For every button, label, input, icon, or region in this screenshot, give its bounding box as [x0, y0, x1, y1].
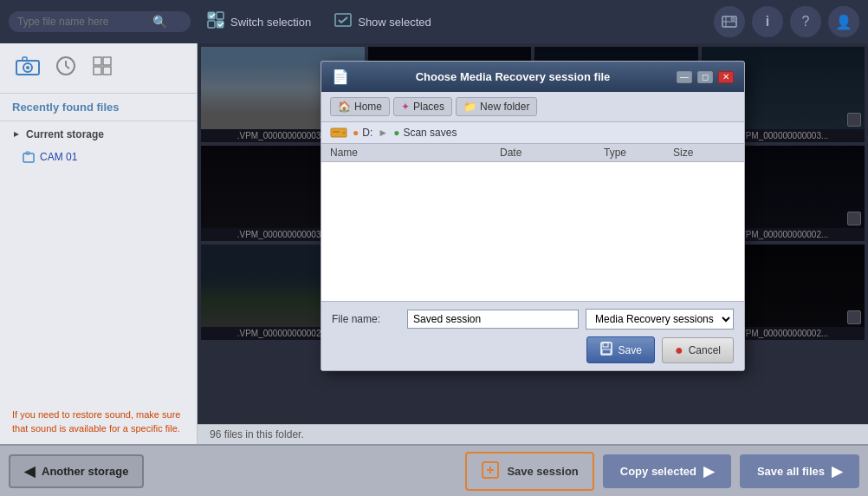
svg-rect-19 — [94, 67, 101, 75]
cancel-label: Cancel — [689, 344, 721, 356]
info-icon: i — [766, 14, 769, 29]
current-storage-label: Current storage — [26, 128, 104, 140]
filename-label: File name: — [332, 313, 400, 325]
file-count-bar: 96 files in this folder. — [198, 424, 868, 444]
media-recovery-dialog: 📄 Choose Media Recovery session file — ◻… — [321, 61, 745, 371]
filetype-select[interactable]: Media Recovery sessions — [586, 309, 734, 330]
search-box: 🔍 — [9, 11, 191, 32]
file-list-body[interactable] — [321, 162, 744, 301]
switch-selection-label: Switch selection — [230, 16, 311, 29]
col-date: Date — [496, 147, 600, 159]
svg-rect-25 — [333, 131, 340, 133]
copy-selected-button[interactable]: Copy selected ▶ — [603, 454, 731, 488]
toolbar: 🔍 Switch selection Show selected — [0, 0, 868, 43]
path-folder: ● Scan saves — [393, 127, 457, 139]
filename-row: File name: Media Recovery sessions — [332, 309, 734, 330]
switch-selection-icon — [206, 10, 225, 34]
show-selected-button[interactable]: Show selected — [327, 7, 438, 37]
main-layout: Recently found files Current storage CAM… — [0, 43, 868, 444]
file-count-text: 96 files in this folder. — [210, 428, 304, 441]
svg-rect-29 — [602, 349, 611, 354]
svg-rect-17 — [94, 57, 101, 65]
sidebar: Recently found files Current storage CAM… — [0, 43, 198, 444]
user-icon: 👤 — [835, 14, 852, 30]
minimize-button[interactable]: — — [677, 71, 692, 83]
bottom-bar: ◀ Another storage Save session Copy sele… — [0, 444, 868, 496]
dialog-win-buttons: — ◻ ✕ — [677, 71, 734, 83]
svg-rect-2 — [208, 21, 215, 28]
save-icon — [599, 342, 613, 358]
user-button[interactable]: 👤 — [828, 6, 859, 37]
svg-point-9 — [732, 18, 734, 20]
dialog-overlay: 📄 Choose Media Recovery session file — ◻… — [198, 43, 868, 444]
dialog-title: Choose Media Recovery session file — [416, 70, 611, 83]
save-session-button[interactable]: Save session — [465, 452, 593, 491]
sidebar-warning: If you need to restore sound, make sure … — [0, 400, 197, 444]
dialog-titlebar: 📄 Choose Media Recovery session file — ◻… — [321, 62, 744, 92]
search-icon: 🔍 — [152, 15, 167, 29]
dialog-footer: File name: Media Recovery sessions — [321, 301, 744, 370]
col-size: Size — [670, 147, 739, 159]
current-storage-section: Current storage — [0, 121, 197, 147]
svg-line-16 — [66, 66, 69, 69]
grid-icon-button[interactable] — [88, 52, 116, 84]
svg-point-12 — [26, 66, 29, 69]
chevron-left-icon: ◀ — [24, 463, 35, 480]
close-button[interactable]: ✕ — [718, 71, 734, 83]
places-icon: ✦ — [401, 101, 410, 113]
info-button[interactable]: i — [752, 6, 783, 37]
svg-rect-1 — [217, 12, 223, 19]
sidebar-icons — [0, 43, 197, 94]
chevron-right-save-icon: ▶ — [832, 463, 842, 480]
places-button[interactable]: ✦ Places — [393, 97, 452, 116]
file-list-header: Name Date Type Size — [321, 144, 744, 162]
copy-selected-label: Copy selected — [620, 465, 696, 478]
scan-button[interactable] — [714, 6, 745, 37]
cam-label: CAM 01 — [40, 151, 77, 163]
toolbar-right: i ? 👤 — [714, 6, 859, 37]
content-area: .VPM_000000000003... .VPM_000000000003..… — [198, 43, 868, 444]
svg-rect-18 — [103, 57, 111, 65]
svg-rect-13 — [23, 57, 27, 61]
path-bar: ● D: ► ● Scan saves — [321, 122, 744, 144]
save-all-label: Save all files — [757, 465, 825, 478]
another-storage-label: Another storage — [42, 465, 128, 478]
dialog-toolbar: 🏠 Home ✦ Places 📁 New folder — [321, 92, 744, 122]
dialog-icon: 📄 — [332, 69, 349, 85]
maximize-button[interactable]: ◻ — [697, 71, 713, 83]
camera-icon-button[interactable] — [12, 53, 43, 83]
show-selected-label: Show selected — [358, 16, 431, 29]
col-type: Type — [600, 147, 670, 159]
cancel-dot-icon: ● — [675, 343, 683, 358]
help-icon: ? — [802, 14, 810, 29]
cancel-button[interactable]: ● Cancel — [662, 337, 734, 363]
home-icon: 🏠 — [338, 101, 351, 113]
cam-item[interactable]: CAM 01 — [0, 147, 197, 166]
filename-input[interactable] — [407, 310, 579, 329]
chevron-right-copy-icon: ▶ — [703, 463, 714, 480]
svg-rect-20 — [103, 67, 111, 75]
drive-icon — [330, 126, 347, 140]
recently-found-title: Recently found files — [0, 94, 197, 121]
show-selected-icon — [334, 10, 353, 34]
dialog-action-row: Save ● Cancel — [332, 336, 734, 363]
save-button[interactable]: Save — [586, 336, 655, 363]
another-storage-button[interactable]: ◀ Another storage — [9, 454, 144, 488]
help-button[interactable]: ? — [790, 6, 821, 37]
save-all-button[interactable]: Save all files ▶ — [740, 454, 859, 488]
clock-icon-button[interactable] — [52, 52, 80, 84]
save-session-label: Save session — [507, 465, 578, 478]
switch-selection-button[interactable]: Switch selection — [199, 7, 318, 37]
new-folder-button[interactable]: 📁 New folder — [456, 97, 537, 116]
col-name: Name — [327, 147, 496, 159]
home-button[interactable]: 🏠 Home — [330, 97, 390, 116]
save-label: Save — [619, 344, 642, 356]
svg-point-26 — [343, 132, 346, 134]
save-session-icon — [481, 460, 500, 482]
path-drive: ● D: — [353, 127, 372, 139]
search-input[interactable] — [17, 16, 147, 28]
svg-marker-21 — [14, 132, 19, 137]
new-folder-icon: 📁 — [463, 101, 476, 113]
